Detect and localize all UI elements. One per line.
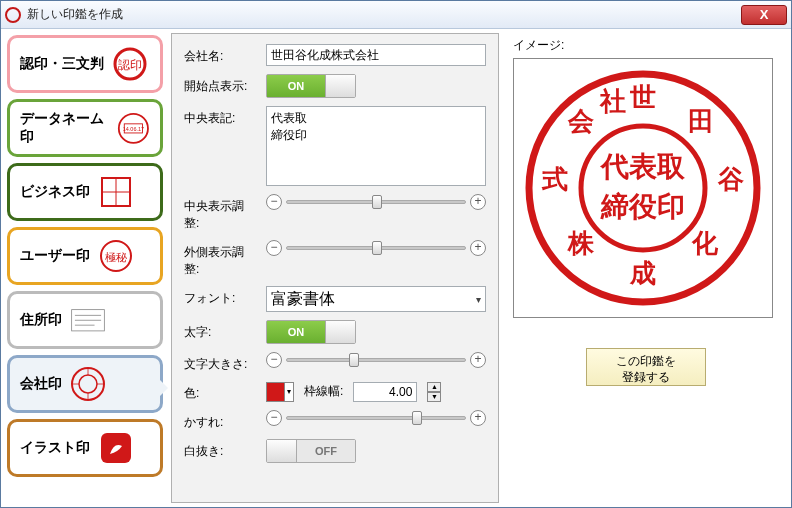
center-adjust-slider[interactable]: − + xyxy=(266,194,486,210)
svg-text:世: 世 xyxy=(629,82,656,112)
svg-text:認印: 認印 xyxy=(118,58,142,72)
svg-text:田: 田 xyxy=(688,106,714,136)
app-window: 新しい印鑑を作成 X 認印・三文判 認印 データネーム印 14.06.17 ビジ… xyxy=(0,0,792,508)
svg-text:社: 社 xyxy=(599,86,626,116)
blur-label: かすれ: xyxy=(184,410,256,431)
stamp-type-company[interactable]: 会社印 xyxy=(7,355,163,413)
svg-text:株: 株 xyxy=(567,228,595,258)
punch-label: 白抜き: xyxy=(184,439,256,460)
size-label: 文字大きさ: xyxy=(184,352,256,373)
color-picker[interactable]: ▾ xyxy=(266,382,294,402)
stamp-thumb-icon xyxy=(98,174,134,210)
border-width-input[interactable] xyxy=(353,382,417,402)
svg-point-15 xyxy=(79,375,97,393)
size-slider[interactable]: − + xyxy=(266,352,486,368)
bold-toggle[interactable]: ON xyxy=(266,320,356,344)
font-select[interactable]: 富豪書体 ▾ xyxy=(266,286,486,312)
close-button[interactable]: X xyxy=(741,5,787,25)
stamp-type-mitomein[interactable]: 認印・三文判 認印 xyxy=(7,35,163,93)
blur-slider[interactable]: − + xyxy=(266,410,486,426)
plus-icon[interactable]: + xyxy=(470,194,486,210)
settings-panel: 会社名: 開始点表示: ON 中央表記: 中央表示調整: − + xyxy=(171,33,499,503)
svg-text:締役印: 締役印 xyxy=(600,191,685,222)
stamp-type-dataname[interactable]: データネーム印 14.06.17 xyxy=(7,99,163,157)
stamp-type-illust[interactable]: イラスト印 xyxy=(7,419,163,477)
register-button[interactable]: この印鑑を 登録する xyxy=(586,348,706,386)
plus-icon[interactable]: + xyxy=(470,240,486,256)
stamp-thumb-icon: 極秘 xyxy=(98,238,134,274)
border-label: 枠線幅: xyxy=(304,383,343,400)
plus-icon[interactable]: + xyxy=(470,352,486,368)
center-adjust-label: 中央表示調整: xyxy=(184,194,256,232)
app-icon xyxy=(5,7,21,23)
minus-icon[interactable]: − xyxy=(266,194,282,210)
titlebar: 新しい印鑑を作成 X xyxy=(1,1,791,29)
svg-text:14.06.17: 14.06.17 xyxy=(123,126,144,132)
svg-text:成: 成 xyxy=(629,258,656,288)
stamp-type-business[interactable]: ビジネス印 xyxy=(7,163,163,221)
svg-text:極秘: 極秘 xyxy=(105,251,127,263)
sidebar: 認印・三文判 認印 データネーム印 14.06.17 ビジネス印 ユーザー印 極… xyxy=(5,33,165,503)
startpoint-toggle[interactable]: ON xyxy=(266,74,356,98)
svg-text:化: 化 xyxy=(691,228,719,258)
svg-point-22 xyxy=(581,126,705,250)
svg-text:会: 会 xyxy=(567,106,594,136)
punch-toggle[interactable]: OFF xyxy=(266,439,356,463)
chevron-down-icon: ▾ xyxy=(476,294,481,305)
minus-icon[interactable]: − xyxy=(266,410,282,426)
plus-icon[interactable]: + xyxy=(470,410,486,426)
company-input[interactable] xyxy=(266,44,486,66)
minus-icon[interactable]: − xyxy=(266,240,282,256)
stamp-thumb-icon: 14.06.17 xyxy=(117,110,150,146)
stamp-thumb-icon xyxy=(70,302,106,338)
bold-label: 太字: xyxy=(184,320,256,341)
color-label: 色: xyxy=(184,381,256,402)
svg-text:代表取: 代表取 xyxy=(599,151,686,182)
outer-adjust-label: 外側表示調整: xyxy=(184,240,256,278)
border-spinner[interactable]: ▲▼ xyxy=(427,382,441,402)
window-title: 新しい印鑑を作成 xyxy=(27,6,123,23)
preview-image: 代表取 締役印 世 田 谷 化 成 株 式 会 社 xyxy=(513,58,773,318)
minus-icon[interactable]: − xyxy=(266,352,282,368)
stamp-type-address[interactable]: 住所印 xyxy=(7,291,163,349)
preview-label: イメージ: xyxy=(513,37,779,54)
outer-adjust-slider[interactable]: − + xyxy=(266,240,486,256)
svg-text:式: 式 xyxy=(541,164,568,194)
stamp-type-user[interactable]: ユーザー印 極秘 xyxy=(7,227,163,285)
company-label: 会社名: xyxy=(184,44,256,65)
stamp-thumb-icon: 認印 xyxy=(112,46,148,82)
startpoint-label: 開始点表示: xyxy=(184,74,256,95)
svg-text:谷: 谷 xyxy=(717,164,744,194)
stamp-thumb-icon xyxy=(70,366,106,402)
center-text-label: 中央表記: xyxy=(184,106,256,127)
font-label: フォント: xyxy=(184,286,256,307)
preview-panel: イメージ: 代表取 締役印 世 田 谷 化 成 株 xyxy=(505,33,787,503)
stamp-thumb-icon xyxy=(98,430,134,466)
center-text-input[interactable] xyxy=(266,106,486,186)
